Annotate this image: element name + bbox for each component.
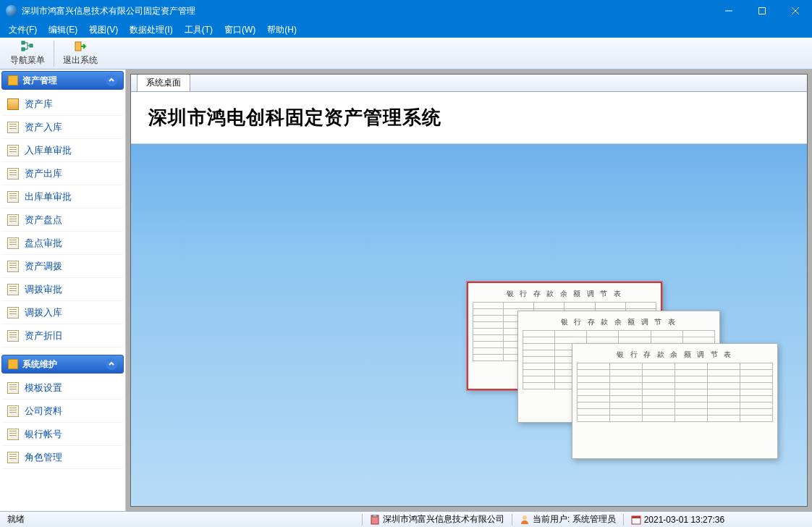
sidebar: 资产管理 资产库 资产入库 入库单审批 资产出库 出库单审批 资产盘点 盘点审批… (0, 69, 126, 511)
nav-menu-label: 导航菜单 (10, 54, 45, 67)
sidebar-group-system[interactable]: 系统维护 (1, 355, 124, 374)
doc-icon (7, 382, 19, 394)
exit-button[interactable]: 退出系统 (57, 38, 103, 68)
chevron-up-icon (106, 75, 117, 86)
doc-icon (7, 237, 19, 249)
title-bar: 深圳市鸿富兴信息技术有限公司固定资产管理 (0, 0, 812, 22)
doc-icon (7, 284, 19, 295)
svg-rect-3 (30, 44, 33, 47)
window-title: 深圳市鸿富兴信息技术有限公司固定资产管理 (22, 5, 712, 17)
sidebar-group-assets-label: 资产管理 (22, 75, 57, 87)
svg-rect-0 (759, 8, 766, 14)
chevron-up-icon (106, 358, 117, 370)
doc-icon (7, 145, 19, 156)
sidebar-group-assets[interactable]: 资产管理 (1, 71, 124, 90)
exit-label: 退出系统 (63, 54, 98, 67)
sidebar-item-inventory-approve[interactable]: 盘点审批 (3, 232, 122, 255)
doc-icon (7, 307, 19, 319)
sidebar-item-company[interactable]: 公司资料 (3, 400, 122, 423)
forms-illustration: 银 行 存 款 余 额 调 节 表 银 行 存 款 余 额 调 节 表 银 行 … (467, 282, 785, 484)
box-icon (7, 98, 19, 110)
sidebar-group-system-label: 系统维护 (22, 358, 57, 371)
menu-help[interactable]: 帮助(H) (261, 22, 303, 38)
doc-icon (7, 429, 19, 440)
banner: 深圳市鸿电创科固定资产管理系统 (131, 92, 807, 144)
menu-edit[interactable]: 编辑(E) (43, 22, 83, 38)
doc-icon (7, 168, 19, 180)
grid-icon (8, 75, 18, 85)
form-sheet-3: 银 行 存 款 余 额 调 节 表 (572, 343, 778, 459)
status-user: 当前用户: 系统管理员 (512, 513, 623, 526)
toolbar-separator (54, 41, 54, 67)
menu-data[interactable]: 数据处理(I) (124, 22, 178, 38)
sidebar-item-depreciation[interactable]: 资产折旧 (3, 324, 122, 347)
user-icon (520, 515, 530, 525)
status-datetime: 2021-03-01 13:27:36 (624, 515, 732, 525)
tab-strip: 系统桌面 (131, 75, 807, 92)
close-button[interactable] (779, 0, 812, 22)
tree-icon (20, 40, 35, 53)
doc-icon (7, 405, 19, 417)
sidebar-item-transfer-in[interactable]: 调拨入库 (3, 301, 122, 324)
sidebar-item-asset-in[interactable]: 资产入库 (3, 116, 122, 139)
minimize-button[interactable] (712, 0, 745, 22)
svg-rect-1 (22, 41, 25, 44)
sidebar-item-asset-out[interactable]: 资产出库 (3, 162, 122, 185)
app-icon (6, 5, 17, 17)
doc-icon (7, 452, 19, 463)
svg-rect-2 (22, 48, 25, 51)
svg-rect-6 (373, 515, 377, 517)
doc-icon (7, 261, 19, 272)
doc-icon (7, 122, 19, 133)
maximize-button[interactable] (745, 0, 779, 22)
banner-title: 深圳市鸿电创科固定资产管理系统 (148, 105, 790, 130)
content-area: 系统桌面 深圳市鸿电创科固定资产管理系统 银 行 存 款 余 额 调 节 表 银… (126, 69, 812, 511)
doc-icon (7, 214, 19, 226)
sidebar-item-in-approve[interactable]: 入库单审批 (3, 139, 122, 162)
sidebar-group-assets-body: 资产库 资产入库 入库单审批 资产出库 出库单审批 资产盘点 盘点审批 资产调拨… (0, 91, 125, 353)
menu-view[interactable]: 视图(V) (83, 22, 124, 38)
sidebar-item-bank[interactable]: 银行帐号 (3, 423, 122, 446)
menu-file[interactable]: 文件(F) (3, 22, 43, 38)
menu-window[interactable]: 窗口(W) (219, 22, 261, 38)
status-company: 深圳市鸿富兴信息技术有限公司 (363, 513, 512, 526)
sidebar-item-inventory[interactable]: 资产盘点 (3, 208, 122, 232)
doc-icon (7, 191, 19, 203)
nav-menu-button[interactable]: 导航菜单 (4, 38, 51, 68)
sidebar-item-transfer-approve[interactable]: 调拨审批 (3, 278, 122, 301)
menu-tool[interactable]: 工具(T) (179, 22, 219, 38)
menu-bar: 文件(F) 编辑(E) 视图(V) 数据处理(I) 工具(T) 窗口(W) 帮助… (0, 22, 812, 38)
toolbar: 导航菜单 退出系统 (0, 38, 812, 69)
sidebar-item-role[interactable]: 角色管理 (3, 446, 122, 469)
sidebar-item-asset-store[interactable]: 资产库 (3, 93, 122, 116)
sidebar-item-template[interactable]: 模板设置 (3, 376, 122, 400)
tab-desktop[interactable]: 系统桌面 (137, 74, 190, 91)
status-ready: 就绪 (0, 513, 362, 526)
status-bar: 就绪 深圳市鸿富兴信息技术有限公司 当前用户: 系统管理员 2021-03-01… (0, 511, 812, 527)
sidebar-group-system-body: 模板设置 公司资料 银行帐号 角色管理 (0, 375, 125, 475)
svg-point-7 (523, 515, 527, 520)
svg-rect-9 (632, 516, 640, 518)
svg-rect-4 (75, 42, 81, 51)
exit-icon (73, 40, 88, 53)
desktop-frame: 系统桌面 深圳市鸿电创科固定资产管理系统 银 行 存 款 余 额 调 节 表 银… (130, 74, 808, 507)
sidebar-item-transfer[interactable]: 资产调拨 (3, 255, 122, 278)
clipboard-icon (370, 515, 380, 525)
doc-icon (7, 330, 19, 342)
sidebar-item-out-approve[interactable]: 出库单审批 (3, 185, 122, 208)
grid-icon (8, 359, 18, 369)
calendar-icon (631, 515, 641, 525)
